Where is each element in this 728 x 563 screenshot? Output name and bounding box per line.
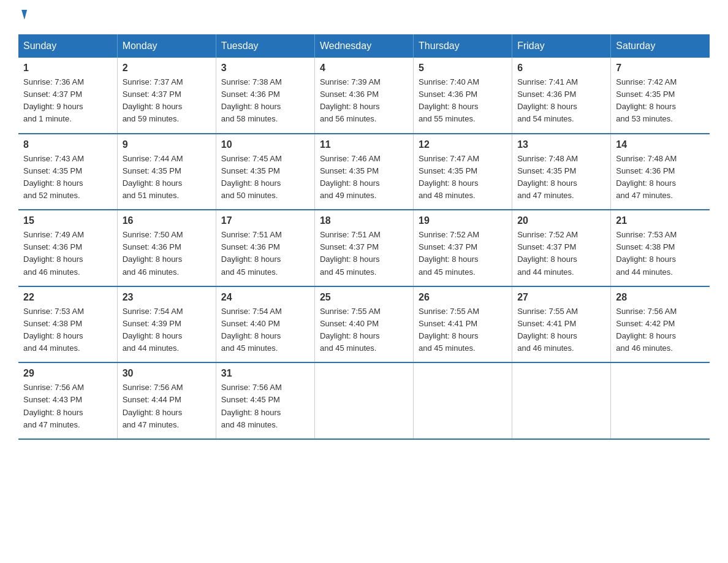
day-number: 4 xyxy=(320,63,408,74)
day-number: 30 xyxy=(123,368,211,379)
calendar-cell: 25 Sunrise: 7:55 AMSunset: 4:40 PMDaylig… xyxy=(314,286,413,363)
calendar-cell xyxy=(414,362,512,439)
calendar-cell: 29 Sunrise: 7:56 AMSunset: 4:43 PMDaylig… xyxy=(18,362,117,439)
day-number: 22 xyxy=(23,292,112,303)
day-info: Sunrise: 7:54 AMSunset: 4:39 PMDaylight:… xyxy=(123,305,211,355)
day-info: Sunrise: 7:41 AMSunset: 4:36 PMDaylight:… xyxy=(517,76,605,126)
day-info: Sunrise: 7:50 AMSunset: 4:36 PMDaylight:… xyxy=(123,229,211,278)
calendar-body: 1 Sunrise: 7:36 AMSunset: 4:37 PMDayligh… xyxy=(18,58,710,439)
day-info: Sunrise: 7:45 AMSunset: 4:35 PMDaylight:… xyxy=(221,153,309,202)
day-number: 10 xyxy=(221,139,309,150)
calendar-cell: 2 Sunrise: 7:37 AMSunset: 4:37 PMDayligh… xyxy=(117,58,216,134)
day-number: 23 xyxy=(123,292,211,303)
calendar-cell xyxy=(611,362,710,439)
day-info: Sunrise: 7:48 AMSunset: 4:35 PMDaylight:… xyxy=(517,153,605,202)
day-info: Sunrise: 7:44 AMSunset: 4:35 PMDaylight:… xyxy=(123,153,211,202)
day-info: Sunrise: 7:52 AMSunset: 4:37 PMDaylight:… xyxy=(517,229,605,278)
calendar-cell: 26 Sunrise: 7:55 AMSunset: 4:41 PMDaylig… xyxy=(414,286,512,363)
day-info: Sunrise: 7:46 AMSunset: 4:35 PMDaylight:… xyxy=(320,153,408,202)
day-info: Sunrise: 7:42 AMSunset: 4:35 PMDaylight:… xyxy=(616,76,705,126)
calendar-cell: 20 Sunrise: 7:52 AMSunset: 4:37 PMDaylig… xyxy=(512,210,611,286)
day-info: Sunrise: 7:43 AMSunset: 4:35 PMDaylight:… xyxy=(23,153,112,202)
day-info: Sunrise: 7:40 AMSunset: 4:36 PMDaylight:… xyxy=(419,76,507,126)
calendar-cell: 18 Sunrise: 7:51 AMSunset: 4:37 PMDaylig… xyxy=(314,210,413,286)
day-number: 9 xyxy=(123,139,211,150)
calendar-cell: 22 Sunrise: 7:53 AMSunset: 4:38 PMDaylig… xyxy=(18,286,117,363)
calendar-week-row: 1 Sunrise: 7:36 AMSunset: 4:37 PMDayligh… xyxy=(18,58,710,134)
day-number: 19 xyxy=(419,215,507,226)
day-info: Sunrise: 7:53 AMSunset: 4:38 PMDaylight:… xyxy=(616,229,705,278)
calendar-cell xyxy=(512,362,611,439)
day-info: Sunrise: 7:55 AMSunset: 4:40 PMDaylight:… xyxy=(320,305,408,355)
calendar-cell: 9 Sunrise: 7:44 AMSunset: 4:35 PMDayligh… xyxy=(117,134,216,210)
day-info: Sunrise: 7:56 AMSunset: 4:42 PMDaylight:… xyxy=(616,305,705,355)
day-number: 11 xyxy=(320,139,408,150)
day-number: 28 xyxy=(616,292,705,303)
day-number: 26 xyxy=(419,292,507,303)
day-info: Sunrise: 7:55 AMSunset: 4:41 PMDaylight:… xyxy=(419,305,507,355)
day-number: 2 xyxy=(123,63,211,74)
day-number: 12 xyxy=(419,139,507,150)
day-of-week-header: Thursday xyxy=(414,34,512,58)
calendar-cell xyxy=(314,362,413,439)
day-of-week-header: Sunday xyxy=(18,34,117,58)
day-info: Sunrise: 7:38 AMSunset: 4:36 PMDaylight:… xyxy=(221,76,309,126)
calendar-cell: 21 Sunrise: 7:53 AMSunset: 4:38 PMDaylig… xyxy=(611,210,710,286)
calendar-week-row: 22 Sunrise: 7:53 AMSunset: 4:38 PMDaylig… xyxy=(18,286,710,363)
calendar-cell: 14 Sunrise: 7:48 AMSunset: 4:36 PMDaylig… xyxy=(611,134,710,210)
day-info: Sunrise: 7:39 AMSunset: 4:36 PMDaylight:… xyxy=(320,76,408,126)
calendar-cell: 31 Sunrise: 7:56 AMSunset: 4:45 PMDaylig… xyxy=(216,362,314,439)
day-number: 5 xyxy=(419,63,507,74)
days-of-week-row: SundayMondayTuesdayWednesdayThursdayFrid… xyxy=(18,34,710,58)
day-info: Sunrise: 7:51 AMSunset: 4:37 PMDaylight:… xyxy=(320,229,408,278)
day-info: Sunrise: 7:37 AMSunset: 4:37 PMDaylight:… xyxy=(123,76,211,126)
day-of-week-header: Monday xyxy=(117,34,216,58)
day-number: 8 xyxy=(23,139,112,150)
day-number: 20 xyxy=(517,215,605,226)
day-number: 31 xyxy=(221,368,309,379)
day-info: Sunrise: 7:47 AMSunset: 4:35 PMDaylight:… xyxy=(419,153,507,202)
calendar-cell: 11 Sunrise: 7:46 AMSunset: 4:35 PMDaylig… xyxy=(314,134,413,210)
day-info: Sunrise: 7:53 AMSunset: 4:38 PMDaylight:… xyxy=(23,305,112,355)
day-number: 29 xyxy=(23,368,112,379)
day-info: Sunrise: 7:49 AMSunset: 4:36 PMDaylight:… xyxy=(23,229,112,278)
day-info: Sunrise: 7:56 AMSunset: 4:45 PMDaylight:… xyxy=(221,381,309,431)
calendar-cell: 27 Sunrise: 7:55 AMSunset: 4:41 PMDaylig… xyxy=(512,286,611,363)
day-info: Sunrise: 7:56 AMSunset: 4:43 PMDaylight:… xyxy=(23,381,112,431)
calendar-cell: 3 Sunrise: 7:38 AMSunset: 4:36 PMDayligh… xyxy=(216,58,314,134)
day-number: 6 xyxy=(517,63,605,74)
calendar-cell: 15 Sunrise: 7:49 AMSunset: 4:36 PMDaylig… xyxy=(18,210,117,286)
day-info: Sunrise: 7:55 AMSunset: 4:41 PMDaylight:… xyxy=(517,305,605,355)
day-number: 16 xyxy=(123,215,211,226)
calendar-week-row: 8 Sunrise: 7:43 AMSunset: 4:35 PMDayligh… xyxy=(18,134,710,210)
calendar-cell: 1 Sunrise: 7:36 AMSunset: 4:37 PMDayligh… xyxy=(18,58,117,134)
day-info: Sunrise: 7:54 AMSunset: 4:40 PMDaylight:… xyxy=(221,305,309,355)
day-number: 24 xyxy=(221,292,309,303)
day-number: 21 xyxy=(616,215,705,226)
day-number: 15 xyxy=(23,215,112,226)
day-of-week-header: Friday xyxy=(512,34,611,58)
calendar-week-row: 15 Sunrise: 7:49 AMSunset: 4:36 PMDaylig… xyxy=(18,210,710,286)
calendar-cell: 13 Sunrise: 7:48 AMSunset: 4:35 PMDaylig… xyxy=(512,134,611,210)
day-info: Sunrise: 7:52 AMSunset: 4:37 PMDaylight:… xyxy=(419,229,507,278)
day-number: 13 xyxy=(517,139,605,150)
day-info: Sunrise: 7:51 AMSunset: 4:36 PMDaylight:… xyxy=(221,229,309,278)
day-number: 14 xyxy=(616,139,705,150)
calendar-cell: 24 Sunrise: 7:54 AMSunset: 4:40 PMDaylig… xyxy=(216,286,314,363)
calendar-cell: 28 Sunrise: 7:56 AMSunset: 4:42 PMDaylig… xyxy=(611,286,710,363)
day-number: 25 xyxy=(320,292,408,303)
calendar-cell: 6 Sunrise: 7:41 AMSunset: 4:36 PMDayligh… xyxy=(512,58,611,134)
day-of-week-header: Tuesday xyxy=(216,34,314,58)
calendar-table: SundayMondayTuesdayWednesdayThursdayFrid… xyxy=(18,34,710,440)
day-of-week-header: Wednesday xyxy=(314,34,413,58)
calendar-cell: 17 Sunrise: 7:51 AMSunset: 4:36 PMDaylig… xyxy=(216,210,314,286)
calendar-header: SundayMondayTuesdayWednesdayThursdayFrid… xyxy=(18,34,710,58)
calendar-cell: 10 Sunrise: 7:45 AMSunset: 4:35 PMDaylig… xyxy=(216,134,314,210)
calendar-cell: 4 Sunrise: 7:39 AMSunset: 4:36 PMDayligh… xyxy=(314,58,413,134)
logo-triangle-icon xyxy=(19,10,27,20)
calendar-cell: 16 Sunrise: 7:50 AMSunset: 4:36 PMDaylig… xyxy=(117,210,216,286)
calendar-cell: 23 Sunrise: 7:54 AMSunset: 4:39 PMDaylig… xyxy=(117,286,216,363)
page-header xyxy=(18,12,710,22)
day-number: 1 xyxy=(23,63,112,74)
day-number: 3 xyxy=(221,63,309,74)
